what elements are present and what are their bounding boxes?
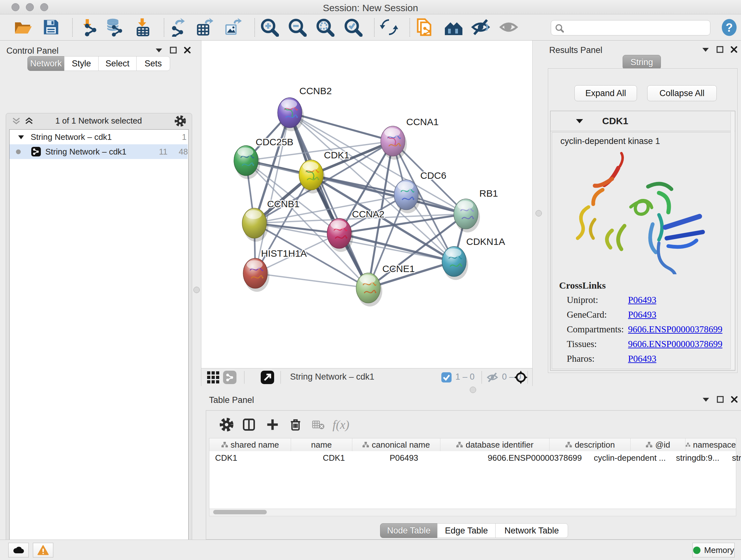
column-header[interactable]: shared name [209, 438, 291, 451]
share-view-icon[interactable] [223, 371, 237, 384]
panel-close-icon[interactable] [731, 46, 738, 53]
crosslink-uniprot-link[interactable]: P06493 [628, 295, 657, 305]
tab-string[interactable]: String [623, 55, 661, 70]
tab-node-table[interactable]: Node Table [380, 523, 437, 538]
refresh-icon[interactable] [380, 17, 399, 37]
grid-view-icon[interactable] [206, 371, 220, 384]
svg-text:?: ? [726, 21, 733, 34]
tab-network[interactable]: Network [27, 56, 64, 71]
show-columns-icon[interactable] [242, 418, 256, 432]
panel-close-icon[interactable] [731, 396, 738, 403]
import-network-file-icon[interactable] [78, 17, 98, 37]
memory-button[interactable]: Memory [692, 543, 735, 557]
table-options-gear-icon[interactable] [219, 418, 233, 432]
crosslink-pharos-link[interactable]: P06493 [628, 354, 657, 364]
tab-select[interactable]: Select [98, 56, 137, 71]
collapse-entry-icon[interactable] [576, 118, 584, 124]
crosslink-genecard-link[interactable]: P06493 [628, 309, 657, 320]
panel-menu-icon[interactable] [702, 47, 710, 52]
tab-sets[interactable]: Sets [136, 56, 170, 71]
node-label-HIST1H1A: HIST1H1A [261, 248, 307, 259]
crosslink-tissues-link[interactable]: 9606.ENSP00000378699 [628, 339, 723, 349]
network-node-CCNB2[interactable]: CCNB2 [278, 85, 332, 131]
first-neighbors-icon[interactable] [443, 17, 462, 37]
network-node-RB1[interactable]: RB1 [454, 188, 498, 233]
search-input[interactable] [566, 22, 705, 33]
network-graph[interactable]: CCNB2CCNA1CDC25BCDK1CDC6RB1CCNB1CCNA2CDK… [201, 41, 532, 368]
open-session-icon[interactable] [13, 17, 32, 37]
delete-column-icon[interactable] [288, 418, 302, 432]
column-header[interactable]: name [291, 438, 352, 451]
show-hide-icon[interactable] [471, 17, 490, 37]
open-in-window-icon[interactable] [261, 371, 274, 384]
panel-float-icon[interactable] [717, 46, 724, 53]
warning-status-button[interactable] [33, 543, 53, 557]
collapse-all-button[interactable]: Collapse All [647, 85, 717, 101]
save-session-icon[interactable] [42, 17, 61, 37]
network-node-CCNE1[interactable]: CCNE1 [356, 263, 415, 307]
toolbar-search-field[interactable] [551, 20, 711, 36]
selected-checkbox[interactable] [441, 372, 452, 382]
results-scrollbar[interactable] [731, 112, 735, 369]
panel-close-icon[interactable] [184, 47, 191, 54]
control-panel: Control Panel Network Style Select Sets … [0, 40, 201, 540]
network-row-selected[interactable]: String Network – cdk1 11 48 [10, 144, 188, 159]
network-edge[interactable] [290, 113, 368, 288]
left-splitter-handle[interactable] [193, 287, 200, 293]
expand-all-chevron-icon[interactable] [24, 117, 34, 125]
export-table-icon[interactable] [195, 17, 214, 37]
network-edge[interactable] [255, 273, 368, 288]
column-header[interactable]: namespace [685, 438, 736, 451]
network-canvas[interactable]: CCNB2CCNA1CDC25BCDK1CDC6RB1CCNB1CCNA2CDK… [201, 41, 533, 368]
network-node-CDKN1A[interactable]: CDKN1A [442, 236, 505, 280]
column-header[interactable]: description [549, 438, 630, 451]
node-label-CCNB1: CCNB1 [267, 199, 300, 209]
cloud-status-button[interactable] [8, 543, 29, 557]
import-network-database-icon[interactable] [104, 17, 123, 37]
zoom-selected-icon[interactable] [343, 17, 362, 37]
hidden-eye-icon[interactable] [487, 372, 498, 383]
right-splitter-handle[interactable] [536, 210, 542, 216]
node-label-CDC6: CDC6 [420, 170, 447, 181]
cell-description: cyclin-dependent ... [588, 451, 669, 464]
network-collection-row[interactable]: String Network – cdk1 1 [10, 130, 188, 144]
node-label-CDKN1A: CDKN1A [466, 236, 505, 247]
tab-style[interactable]: Style [64, 56, 98, 71]
network-node-HIST1H1A[interactable]: HIST1H1A [243, 248, 307, 292]
toolbar-separator [254, 18, 255, 37]
column-header[interactable]: database identifier [441, 438, 550, 451]
new-network-from-selection-icon[interactable] [414, 17, 434, 37]
create-column-icon[interactable] [266, 418, 280, 432]
eye-disabled-icon [499, 17, 518, 37]
window-title: Session: New Session [0, 3, 741, 13]
panel-float-icon[interactable] [170, 47, 177, 54]
crosslink-compartments-link[interactable]: 9606.ENSP00000378699 [628, 324, 723, 334]
table-horizontal-scrollbar[interactable] [209, 509, 736, 516]
column-header[interactable]: canonical name [352, 438, 441, 451]
node-card-header[interactable]: CDK1 [550, 111, 735, 131]
tab-edge-table[interactable]: Edge Table [437, 523, 495, 538]
panel-menu-icon[interactable] [155, 48, 163, 53]
panel-menu-icon[interactable] [702, 397, 710, 402]
column-header[interactable]: @id [630, 438, 685, 451]
help-icon[interactable]: ? [720, 18, 738, 37]
tree-expand-icon[interactable] [18, 135, 24, 139]
network-options-gear-icon[interactable] [175, 115, 186, 127]
scrollbar-thumb[interactable] [213, 510, 267, 514]
table-row[interactable]: CDK1 CDK1 P06493 9606.ENSP00000378699 cy… [209, 451, 736, 464]
export-image-icon[interactable] [223, 17, 243, 37]
tab-network-table[interactable]: Network Table [495, 523, 568, 538]
import-table-icon[interactable] [133, 17, 152, 37]
zoom-fit-icon[interactable] [315, 17, 334, 37]
collapse-all-chevron-icon[interactable] [12, 117, 21, 125]
expand-all-button[interactable]: Expand All [575, 85, 637, 101]
export-network-icon[interactable] [167, 17, 186, 37]
zoom-out-icon[interactable] [287, 17, 307, 37]
zoom-in-icon[interactable] [260, 17, 279, 37]
entry-description: cyclin-dependent kinase 1 [560, 136, 660, 146]
crosshair-icon[interactable] [514, 370, 528, 385]
node-table-body[interactable]: CDK1 CDK1 P06493 9606.ENSP00000378699 cy… [209, 451, 736, 509]
network-node-CCNA1[interactable]: CCNA1 [381, 117, 439, 160]
horizontal-splitter-handle[interactable] [470, 387, 476, 393]
panel-float-icon[interactable] [717, 396, 724, 403]
